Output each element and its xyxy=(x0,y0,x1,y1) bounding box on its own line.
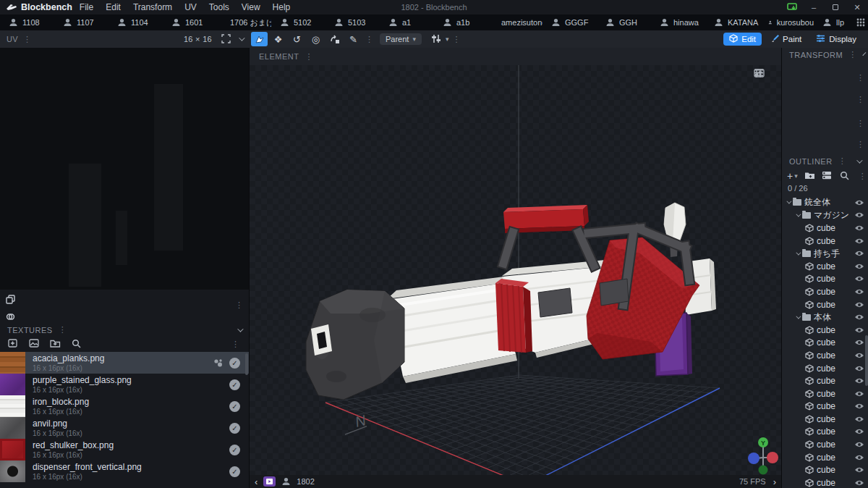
menu-tools[interactable]: Tools xyxy=(209,2,229,12)
project-tab[interactable]: 1601 xyxy=(163,14,217,30)
view-gizmo[interactable]: Y xyxy=(748,437,778,475)
expand-chevron-icon[interactable] xyxy=(796,250,801,255)
outliner-node-cube[interactable]: cube xyxy=(782,438,868,451)
project-tab[interactable]: GGGF xyxy=(542,14,597,30)
texture-search-icon[interactable] xyxy=(72,338,81,351)
visibility-eye-icon[interactable] xyxy=(854,466,864,474)
outliner-panel-header[interactable]: OUTLINER ⋮ xyxy=(782,154,868,168)
outliner-node-cube[interactable]: cube xyxy=(782,476,868,488)
outliner-node-cube[interactable]: cube xyxy=(782,222,868,235)
project-tab[interactable]: amezisutonc xyxy=(488,14,542,30)
expand-chevron-icon[interactable] xyxy=(786,199,791,204)
uv-strip-menu-icon[interactable]: ⋮ xyxy=(234,300,244,310)
project-tab[interactable]: KATANA xyxy=(705,14,760,30)
texture-row[interactable]: dispenser_front_vertical.png 16 x 16px (… xyxy=(0,460,249,482)
outliner-node-cube[interactable]: cube xyxy=(782,362,868,375)
texture-assigned-check-icon[interactable]: ✓ xyxy=(229,401,240,412)
texture-row[interactable]: iron_block.png 16 x 16px (16x) ✓ xyxy=(0,395,249,417)
outliner-node-cube[interactable]: cube xyxy=(782,451,868,464)
outliner-node-group[interactable]: マガジン xyxy=(782,209,868,222)
outliner-node-group[interactable]: 本体 xyxy=(782,311,868,324)
texture-assigned-check-icon[interactable]: ✓ xyxy=(229,358,240,369)
visibility-eye-icon[interactable] xyxy=(854,224,864,232)
outliner-node-cube[interactable]: cube xyxy=(782,337,868,350)
uv-mode-dropdown-icon[interactable] xyxy=(239,35,244,41)
toolbar-overflow-icon[interactable]: ⋮ xyxy=(855,140,866,149)
transform-menu-icon[interactable]: ⋮ xyxy=(847,50,859,59)
menu-transform[interactable]: Transform xyxy=(133,2,172,12)
outliner-toolbar-menu-icon[interactable]: ⋮ xyxy=(857,172,868,181)
vertex-snap-tool[interactable]: ✎ xyxy=(345,32,362,46)
menu-help[interactable]: Help xyxy=(273,2,291,12)
project-tab[interactable]: 5102 xyxy=(271,14,326,30)
element-menu-icon[interactable]: ⋮ xyxy=(303,52,315,62)
gizmo-z-handle[interactable] xyxy=(767,452,778,463)
visibility-eye-icon[interactable] xyxy=(854,199,864,206)
project-tab[interactable]: 5103 xyxy=(326,14,380,30)
import-texture-icon[interactable] xyxy=(8,338,18,351)
outliner-node-group[interactable]: 銃全体 xyxy=(782,196,868,209)
menu-uv[interactable]: UV xyxy=(184,2,197,12)
tools-menu-icon[interactable]: ⋮ xyxy=(364,35,375,44)
visibility-eye-icon[interactable] xyxy=(854,377,864,384)
outliner-node-cube[interactable]: cube xyxy=(782,235,868,248)
visibility-eye-icon[interactable] xyxy=(854,454,864,461)
rotate-tool[interactable]: ↺ xyxy=(289,32,305,46)
textures-panel-header[interactable]: TEXTURES ⋮ xyxy=(0,323,249,337)
outliner-node-cube[interactable]: cube xyxy=(782,298,868,311)
toolbar-overflow-icon[interactable]: ⋮ xyxy=(855,73,866,83)
visibility-eye-icon[interactable] xyxy=(854,237,864,245)
texture-row[interactable]: acacia_planks.png 16 x 16px (16x) ✓ xyxy=(0,352,249,374)
visibility-eye-icon[interactable] xyxy=(854,365,864,372)
next-tab-icon[interactable]: › xyxy=(773,476,776,487)
edit-mode-button[interactable]: Edit xyxy=(723,33,762,46)
maximize-button[interactable] xyxy=(825,0,846,14)
outliner-node-cube[interactable]: cube xyxy=(782,463,868,476)
expand-chevron-icon[interactable] xyxy=(796,314,801,319)
project-tab[interactable]: 1108 xyxy=(0,14,54,30)
visibility-eye-icon[interactable] xyxy=(854,339,864,346)
pivot-tool[interactable]: ◎ xyxy=(307,32,324,46)
rotation-space-dropdown[interactable]: Parent ▾ xyxy=(380,33,422,45)
uv-editor-canvas[interactable] xyxy=(0,48,249,290)
outliner-node-cube[interactable]: cube xyxy=(782,413,868,426)
display-mode-button[interactable]: Display xyxy=(810,33,862,46)
textures-menu-icon[interactable]: ⋮ xyxy=(57,325,69,335)
transform-panel-header[interactable]: TRANSFORM ⋮ xyxy=(782,48,868,62)
texture-assigned-check-icon[interactable]: ✓ xyxy=(229,466,240,477)
texture-row[interactable]: red_shulker_box.png 16 x 16px (16x) ✓ xyxy=(0,439,249,460)
prev-tab-icon[interactable]: ‹ xyxy=(255,476,258,487)
outliner-node-cube[interactable]: cube xyxy=(782,426,868,439)
outliner-node-cube[interactable]: cube xyxy=(782,260,868,273)
texture-row[interactable]: purple_stained_glass.png 16 x 16px (16x)… xyxy=(0,374,249,395)
format-icon[interactable] xyxy=(263,476,276,487)
paint-mode-button[interactable]: Paint xyxy=(765,33,807,46)
visibility-eye-icon[interactable] xyxy=(854,441,864,448)
toolbar-overflow-icon[interactable]: ⋮ xyxy=(855,95,866,104)
outliner-node-cube[interactable]: cube xyxy=(782,273,868,286)
texture-assigned-check-icon[interactable]: ✓ xyxy=(229,379,240,390)
expand-chevron-icon[interactable] xyxy=(796,211,801,216)
project-tab[interactable]: 1104 xyxy=(109,14,163,30)
minimize-button[interactable]: – xyxy=(803,0,825,14)
link-uv-icon[interactable] xyxy=(6,311,15,324)
outliner-menu-icon[interactable]: ⋮ xyxy=(837,156,848,166)
uv-frame-icon[interactable] xyxy=(221,34,231,45)
project-tab[interactable]: 1107 xyxy=(54,14,109,30)
visibility-eye-icon[interactable] xyxy=(854,211,864,219)
model-gun[interactable] xyxy=(306,203,716,400)
outliner-node-cube[interactable]: cube xyxy=(782,400,868,413)
add-group-button[interactable] xyxy=(804,171,815,182)
toolbar-menu-icon[interactable]: ⋮ xyxy=(451,35,461,44)
transform-collapse-icon[interactable] xyxy=(862,52,866,56)
visibility-eye-icon[interactable] xyxy=(854,428,864,435)
menu-edit[interactable]: Edit xyxy=(106,2,121,12)
outliner-search-icon[interactable] xyxy=(838,171,851,182)
menu-file[interactable]: File xyxy=(80,2,93,12)
outliner-collapse-icon[interactable] xyxy=(856,157,862,163)
texture-list-scrollbar[interactable] xyxy=(245,353,248,375)
textures-toolbar-menu-icon[interactable]: ⋮ xyxy=(230,340,241,349)
visibility-eye-icon[interactable] xyxy=(854,250,864,257)
textures-collapse-icon[interactable] xyxy=(237,326,243,332)
outliner-node-cube[interactable]: cube xyxy=(782,285,868,298)
